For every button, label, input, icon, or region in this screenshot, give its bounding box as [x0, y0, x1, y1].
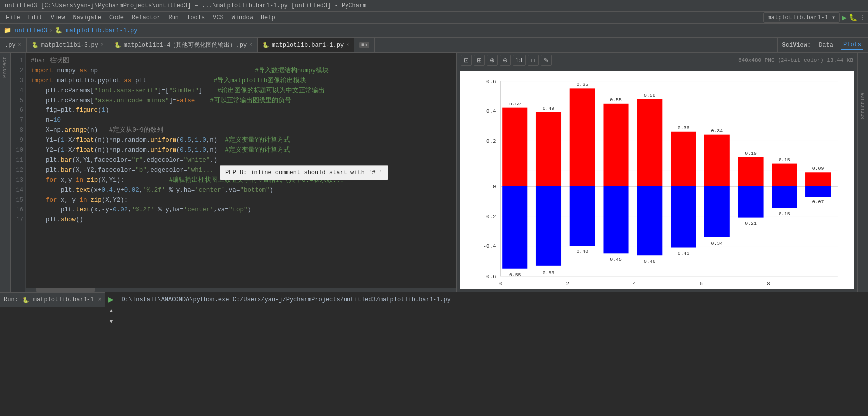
code-line-1: #bar 柱状图 [31, 56, 456, 66]
svg-text:0.09: 0.09 [812, 166, 824, 171]
menu-window[interactable]: Window [228, 13, 257, 22]
tab-count[interactable]: ≡5 [354, 38, 375, 52]
structure-panel-label[interactable]: Structure [860, 93, 866, 119]
tab-matplotlib1-4[interactable]: 🐍 matplotlib1-4（其他可视化图的输出）.py × [109, 38, 258, 52]
bar-chart: 0 2 4 6 8 0.6 0.4 0.2 0 -0.2 -0.4 -0.6 [460, 71, 854, 289]
menu-view[interactable]: View [47, 13, 69, 22]
code-area[interactable]: 12345 678910 1112131415 1617 #bar 柱状图 im… [11, 53, 456, 292]
sciview-tab-plots[interactable]: Plots [841, 40, 863, 50]
toolbar-edit-btn[interactable]: ✎ [541, 55, 552, 66]
pep8-tooltip: PEP 8: inline comment should start with … [220, 165, 388, 180]
bottom-area: Run: 🐍 matplotlib.bar1-1 × ▶ ▲ ▼ D:\Inst… [0, 292, 868, 351]
bar-blue-5 [671, 186, 696, 248]
code-line-5: plt.rcParams["axes.unicode_minus"]=False… [31, 96, 456, 105]
sciview-title: SciView: [782, 42, 811, 49]
svg-text:-0.2: -0.2 [483, 214, 496, 220]
tab-py[interactable]: .py × [0, 38, 27, 52]
main-area: Project 12345 678910 1112131415 1617 #ba… [0, 53, 868, 292]
svg-text:0.34: 0.34 [711, 241, 723, 246]
svg-text:0.55: 0.55 [509, 272, 521, 278]
svg-text:0.46: 0.46 [644, 259, 656, 264]
sciview-panel: ⊡ ⊞ ⊕ ⊖ 1:1 □ ✎ 640x480 PNG (24-bit colo… [456, 53, 857, 292]
breadcrumb-project[interactable]: 📁 untitled3 [4, 27, 47, 34]
code-line-2: import numpy as np #导入数据结构numpy模块 [31, 66, 456, 76]
svg-text:-0.6: -0.6 [483, 274, 496, 280]
menu-run[interactable]: Run [164, 13, 183, 22]
sciview-tab-area: SciView: Data Plots [777, 38, 868, 52]
tab-matplotlib1-3-close[interactable]: × [101, 42, 104, 48]
menu-file[interactable]: File [2, 13, 24, 22]
run-output-content: D:\Install\ANACONDA\python.exe C:/Users/… [117, 292, 455, 337]
bar-red-4 [637, 99, 662, 186]
toolbar-zoom-out-btn[interactable]: ⊖ [500, 55, 511, 66]
menu-refactor[interactable]: Refactor [128, 13, 165, 22]
breadcrumb-file[interactable]: 🐍 matplotlib.bar1-1.py [55, 27, 137, 34]
code-line-16: plt.text(x,-y-0.02,'%.2f' % y,ha='center… [31, 205, 456, 215]
line-numbers: 12345 678910 1112131415 1617 [11, 53, 26, 292]
menu-edit[interactable]: Edit [24, 13, 47, 22]
code-line-10: Y2=(1-X/float(n))*np.random.uniform(0.5,… [31, 145, 456, 155]
svg-text:0.36: 0.36 [678, 125, 690, 131]
toolbar-zoom-in-btn[interactable]: ⊕ [487, 55, 498, 66]
tab-py-close[interactable]: × [18, 42, 21, 48]
tab-matplotlib1-4-close[interactable]: × [249, 42, 252, 48]
bar-red-0 [502, 108, 527, 186]
menu-help[interactable]: Help [257, 13, 279, 22]
svg-text:0: 0 [499, 281, 502, 287]
tab-matplotlib1-4-label: matplotlib1-4（其他可视化图的输出）.py [124, 41, 247, 49]
bar-blue-4 [637, 186, 662, 255]
tab-bar1-1-close[interactable]: × [346, 42, 349, 48]
bar-red-8 [772, 164, 797, 186]
chart-container: 0 2 4 6 8 0.6 0.4 0.2 0 -0.2 -0.4 -0.6 [460, 71, 854, 289]
svg-text:0.15: 0.15 [779, 211, 790, 217]
bar-red-1 [536, 112, 561, 186]
svg-text:0.15: 0.15 [779, 157, 790, 163]
debug-button[interactable]: 🐛 [849, 13, 857, 22]
run-button[interactable]: ▶ [842, 13, 847, 23]
code-line-9: Y1=(1-X/float(n))*np.random.uniform(0.5,… [31, 135, 456, 145]
bar-blue-3 [603, 186, 628, 254]
menu-code[interactable]: Code [105, 13, 128, 22]
tab-matplotlib1-3-icon: 🐍 [32, 42, 39, 48]
code-line-11: plt.bar(X,Y1,facecolor="r",edgecolor="wh… [31, 155, 456, 165]
tab-count-badge: ≡5 [359, 42, 369, 48]
run-up-btn[interactable]: ▲ [106, 306, 116, 315]
toolbar-grid-btn[interactable]: ⊡ [461, 55, 472, 66]
run-icon: 🐍 [22, 297, 29, 303]
svg-text:4: 4 [633, 281, 636, 287]
code-line-12: plt.bar(X,-Y2,facecolor="b",edgecolor="w… [31, 165, 456, 175]
toolbar-grid2-btn[interactable]: ⊞ [474, 55, 485, 66]
svg-text:0.34: 0.34 [711, 128, 723, 134]
menu-tools[interactable]: Tools [183, 13, 209, 22]
right-panel: Structure [857, 53, 868, 292]
code-line-14: plt.text(x+0.4,y+0.02,'%.2f' % y,ha='cen… [31, 185, 456, 195]
toolbar-fit-btn[interactable]: □ [528, 55, 539, 66]
run-tab-close[interactable]: × [98, 296, 101, 303]
run-label: Run: [4, 296, 18, 303]
menu-vcs[interactable]: VCS [209, 13, 228, 22]
code-line-8: X=np.arange(n) #定义从0~9的数列 [31, 125, 456, 135]
menu-bar: File Edit View Navigate Code Refactor Ru… [0, 12, 868, 24]
svg-text:0.53: 0.53 [543, 270, 555, 276]
run-down-btn[interactable]: ▼ [106, 317, 116, 326]
code-content[interactable]: #bar 柱状图 import numpy as np #导入数据结构numpy… [26, 53, 456, 292]
project-panel-label[interactable]: Project [1, 55, 9, 80]
horizontal-scrollbar[interactable] [26, 288, 456, 292]
bar-blue-7 [738, 186, 764, 218]
more-run-button[interactable]: ⋮ [859, 13, 866, 22]
run-play-btn[interactable]: ▶ [106, 294, 116, 304]
svg-text:0: 0 [493, 184, 496, 190]
svg-text:0.19: 0.19 [745, 151, 757, 156]
tab-matplotlib1-3[interactable]: 🐍 matplotlib1-3.py × [27, 38, 109, 52]
toolbar-1to1-btn[interactable]: 1:1 [513, 55, 526, 66]
tab-py-label: .py [5, 42, 16, 49]
scrollbar-thumb[interactable] [36, 288, 95, 292]
tab-bar1-1-label: matplotlib.bar1-1.py [272, 42, 344, 49]
tab-bar1-1[interactable]: 🐍 matplotlib.bar1-1.py × [258, 38, 354, 52]
sciview-tab-data[interactable]: Data [817, 41, 835, 50]
bar-blue-8 [772, 186, 797, 208]
run-config-name[interactable]: matplotlib.bar1-1 [33, 296, 94, 303]
menu-navigate[interactable]: Navigate [69, 13, 105, 22]
svg-text:0.21: 0.21 [745, 221, 757, 226]
run-config-label[interactable]: matplotlib.bar1-1 ▾ [763, 12, 840, 23]
